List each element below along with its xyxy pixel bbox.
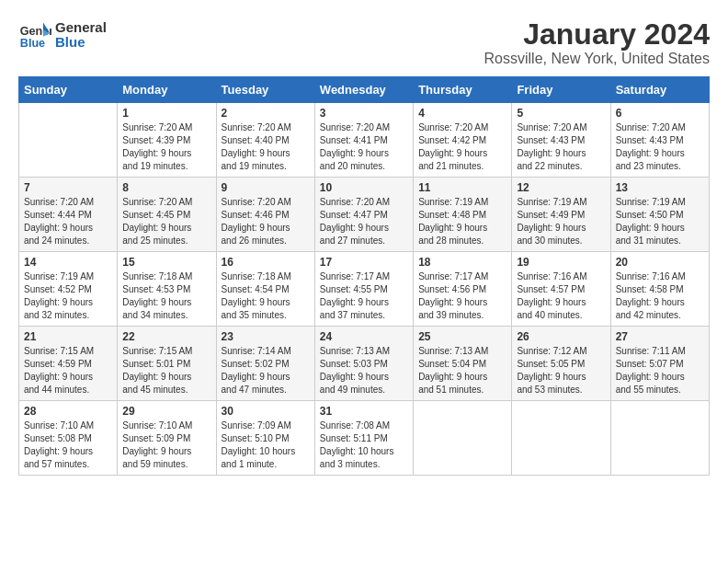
day-info: Sunrise: 7:10 AM Sunset: 5:09 PM Dayligh… [122,419,210,471]
day-number: 20 [616,256,704,269]
day-number: 21 [24,330,112,343]
calendar-cell: 12Sunrise: 7:19 AM Sunset: 4:49 PM Dayli… [512,178,610,252]
day-info: Sunrise: 7:20 AM Sunset: 4:43 PM Dayligh… [616,121,704,173]
calendar-cell: 8Sunrise: 7:20 AM Sunset: 4:45 PM Daylig… [118,178,216,252]
day-number: 14 [24,256,112,269]
day-info: Sunrise: 7:19 AM Sunset: 4:48 PM Dayligh… [418,196,506,247]
logo: General Blue General Blue [18,18,107,52]
day-number: 1 [122,107,210,120]
calendar-cell: 26Sunrise: 7:12 AM Sunset: 5:05 PM Dayli… [512,327,610,401]
calendar-cell: 1Sunrise: 7:20 AM Sunset: 4:39 PM Daylig… [118,103,216,178]
day-info: Sunrise: 7:11 AM Sunset: 5:07 PM Dayligh… [616,345,704,396]
calendar-cell: 20Sunrise: 7:16 AM Sunset: 4:58 PM Dayli… [610,252,709,327]
calendar-header-saturday: Saturday [610,77,709,103]
calendar-cell: 10Sunrise: 7:20 AM Sunset: 4:47 PM Dayli… [314,178,413,252]
calendar-header-thursday: Thursday [414,77,512,103]
calendar-week-row: 14Sunrise: 7:19 AM Sunset: 4:52 PM Dayli… [19,252,710,327]
calendar-cell: 22Sunrise: 7:15 AM Sunset: 5:01 PM Dayli… [118,327,216,401]
calendar-cell: 7Sunrise: 7:20 AM Sunset: 4:44 PM Daylig… [19,178,118,252]
calendar-cell: 4Sunrise: 7:20 AM Sunset: 4:42 PM Daylig… [414,103,512,178]
calendar-cell: 29Sunrise: 7:10 AM Sunset: 5:09 PM Dayli… [118,401,216,476]
calendar-header-wednesday: Wednesday [314,77,413,103]
day-info: Sunrise: 7:20 AM Sunset: 4:41 PM Dayligh… [320,121,408,173]
day-info: Sunrise: 7:20 AM Sunset: 4:40 PM Dayligh… [222,121,310,173]
day-info: Sunrise: 7:15 AM Sunset: 5:01 PM Dayligh… [122,345,210,396]
calendar-header-sunday: Sunday [19,77,118,103]
calendar-cell: 13Sunrise: 7:19 AM Sunset: 4:50 PM Dayli… [610,178,709,252]
day-number: 31 [320,405,408,418]
day-number: 23 [222,330,310,343]
day-info: Sunrise: 7:17 AM Sunset: 4:55 PM Dayligh… [320,270,408,322]
day-number: 13 [616,181,704,194]
day-number: 22 [122,330,210,343]
calendar-cell [414,401,512,476]
day-number: 9 [222,181,310,194]
svg-text:Blue: Blue [20,37,45,50]
calendar-cell: 27Sunrise: 7:11 AM Sunset: 5:07 PM Dayli… [610,327,709,401]
day-info: Sunrise: 7:20 AM Sunset: 4:45 PM Dayligh… [122,196,210,247]
calendar-cell: 15Sunrise: 7:18 AM Sunset: 4:53 PM Dayli… [118,252,216,327]
calendar-cell: 30Sunrise: 7:09 AM Sunset: 5:10 PM Dayli… [216,401,314,476]
calendar-cell: 24Sunrise: 7:13 AM Sunset: 5:03 PM Dayli… [314,327,413,401]
day-info: Sunrise: 7:20 AM Sunset: 4:46 PM Dayligh… [222,196,310,247]
calendar-cell: 23Sunrise: 7:14 AM Sunset: 5:02 PM Dayli… [216,327,314,401]
day-info: Sunrise: 7:19 AM Sunset: 4:52 PM Dayligh… [24,270,112,322]
day-number: 3 [320,107,408,120]
day-info: Sunrise: 7:13 AM Sunset: 5:03 PM Dayligh… [320,345,408,396]
day-number: 28 [24,405,112,418]
day-info: Sunrise: 7:20 AM Sunset: 4:39 PM Dayligh… [122,121,210,173]
title-block: January 2024 Rossville, New York, United… [484,18,710,67]
calendar-cell: 18Sunrise: 7:17 AM Sunset: 4:56 PM Dayli… [414,252,512,327]
day-number: 25 [418,330,506,343]
calendar-week-row: 28Sunrise: 7:10 AM Sunset: 5:08 PM Dayli… [19,401,710,476]
day-number: 2 [222,107,310,120]
day-number: 10 [320,181,408,194]
day-number: 30 [222,405,310,418]
calendar-week-row: 21Sunrise: 7:15 AM Sunset: 4:59 PM Dayli… [19,327,710,401]
day-info: Sunrise: 7:19 AM Sunset: 4:49 PM Dayligh… [517,196,605,247]
day-number: 8 [122,181,210,194]
day-info: Sunrise: 7:15 AM Sunset: 4:59 PM Dayligh… [24,345,112,396]
day-number: 18 [418,256,506,269]
day-info: Sunrise: 7:20 AM Sunset: 4:44 PM Dayligh… [24,196,112,247]
day-number: 16 [222,256,310,269]
logo-name-part1: General [55,20,107,36]
day-info: Sunrise: 7:16 AM Sunset: 4:57 PM Dayligh… [517,270,605,322]
logo-name-part2: Blue [55,35,107,51]
calendar-header-tuesday: Tuesday [216,77,314,103]
day-number: 12 [517,181,605,194]
calendar-header-row: SundayMondayTuesdayWednesdayThursdayFrid… [19,77,710,103]
day-info: Sunrise: 7:17 AM Sunset: 4:56 PM Dayligh… [418,270,506,322]
calendar-cell: 17Sunrise: 7:17 AM Sunset: 4:55 PM Dayli… [314,252,413,327]
day-number: 17 [320,256,408,269]
calendar-cell: 19Sunrise: 7:16 AM Sunset: 4:57 PM Dayli… [512,252,610,327]
calendar-week-row: 7Sunrise: 7:20 AM Sunset: 4:44 PM Daylig… [19,178,710,252]
calendar-cell: 3Sunrise: 7:20 AM Sunset: 4:41 PM Daylig… [314,103,413,178]
day-number: 27 [616,330,704,343]
day-info: Sunrise: 7:12 AM Sunset: 5:05 PM Dayligh… [517,345,605,396]
day-number: 4 [418,107,506,120]
calendar-cell: 5Sunrise: 7:20 AM Sunset: 4:43 PM Daylig… [512,103,610,178]
calendar-cell [19,103,118,178]
page-header: General Blue General Blue January 2024 R… [18,18,710,67]
day-number: 7 [24,181,112,194]
day-number: 11 [418,181,506,194]
calendar-cell [610,401,709,476]
page-subtitle: Rossville, New York, United States [484,51,710,67]
day-number: 15 [122,256,210,269]
logo-icon: General Blue [18,18,51,52]
day-number: 5 [517,107,605,120]
day-info: Sunrise: 7:20 AM Sunset: 4:47 PM Dayligh… [320,196,408,247]
calendar-cell: 14Sunrise: 7:19 AM Sunset: 4:52 PM Dayli… [19,252,118,327]
calendar-cell: 11Sunrise: 7:19 AM Sunset: 4:48 PM Dayli… [414,178,512,252]
calendar-cell: 2Sunrise: 7:20 AM Sunset: 4:40 PM Daylig… [216,103,314,178]
day-info: Sunrise: 7:09 AM Sunset: 5:10 PM Dayligh… [222,419,310,471]
day-number: 26 [517,330,605,343]
calendar-header-friday: Friday [512,77,610,103]
day-info: Sunrise: 7:20 AM Sunset: 4:43 PM Dayligh… [517,121,605,173]
day-info: Sunrise: 7:20 AM Sunset: 4:42 PM Dayligh… [418,121,506,173]
page-title: January 2024 [484,18,710,51]
calendar-table: SundayMondayTuesdayWednesdayThursdayFrid… [18,76,710,476]
calendar-cell: 25Sunrise: 7:13 AM Sunset: 5:04 PM Dayli… [414,327,512,401]
day-info: Sunrise: 7:19 AM Sunset: 4:50 PM Dayligh… [616,196,704,247]
